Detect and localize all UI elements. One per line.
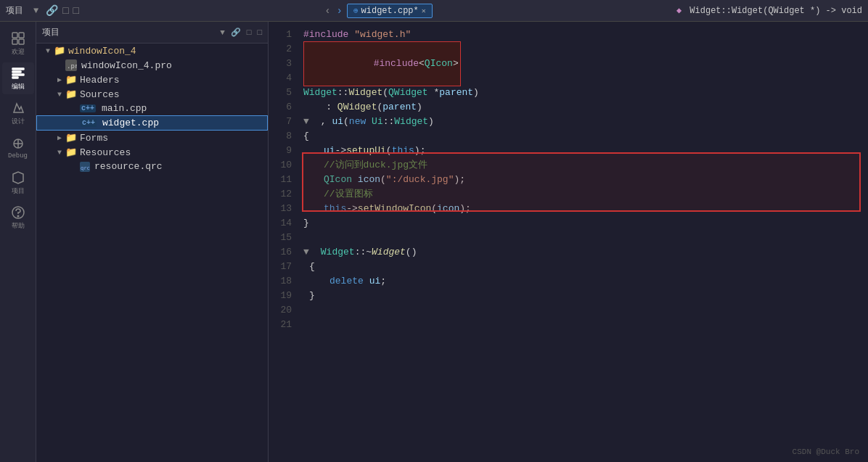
forms-label: Forms <box>80 133 108 144</box>
tab-label: widget.cpp* <box>361 6 419 16</box>
code-line-11: QIcon icon(":/duck.jpg"); <box>298 173 868 187</box>
svg-text:.pro: .pro <box>67 62 77 70</box>
tree-item-sources[interactable]: ▼ 📁 Sources <box>36 87 268 102</box>
file-tree-title: 项目 <box>42 26 60 38</box>
svg-rect-2 <box>12 39 17 44</box>
svg-rect-0 <box>12 33 17 38</box>
code-line-1: #include "widget.h" <box>298 28 868 42</box>
pro-label: windowIcon_4.pro <box>81 60 172 71</box>
sidebar-item-edit[interactable]: 编辑 <box>2 62 34 94</box>
root-expand-arrow: ▼ <box>42 47 54 55</box>
forms-expand-arrow: ▶ <box>54 133 65 142</box>
tree-item-forms[interactable]: ▶ 📁 Forms <box>36 131 268 145</box>
sidebar-icons: 欢迎 编辑 设计 Debug <box>0 22 36 462</box>
title-bar: 项目 ▼ 🔗 □ □ ‹ › ⊕ widget.cpp* ✕ ◆ Widget:… <box>0 0 868 22</box>
sidebar-edit-label: 编辑 <box>12 82 25 91</box>
watermark: CSDN @Duck Bro <box>793 447 859 456</box>
sidebar-item-design[interactable]: 设计 <box>2 97 34 129</box>
main-layout: 欢迎 编辑 设计 Debug <box>0 22 868 462</box>
sidebar-help-label: 帮助 <box>12 221 25 231</box>
file-tree: 项目 ▼ 🔗 □ □ ▼ 📁 windowIcon_4 .pro windowI… <box>36 22 269 462</box>
svg-point-12 <box>17 215 19 217</box>
sidebar-project-label: 项目 <box>12 186 25 196</box>
code-content[interactable]: 12345 678910 1112131415 1617181920 21 #i… <box>269 22 868 462</box>
headers-label: Headers <box>80 75 120 86</box>
sidebar-debug-label: Debug <box>8 152 28 160</box>
svg-rect-4 <box>12 68 24 70</box>
resources-label: Resources <box>80 147 131 158</box>
code-line-13: this->setWindowIcon(icon); <box>298 202 868 216</box>
code-line-14: } <box>298 216 868 231</box>
svg-text:qrc: qrc <box>81 165 90 171</box>
title-bar-right: ◆ Widget::Widget(QWidget *) -> void <box>676 5 862 16</box>
tree-item-headers[interactable]: ▶ 📁 Headers <box>36 73 268 87</box>
nav-forward[interactable]: › <box>335 5 344 17</box>
code-line-21 <box>298 318 868 332</box>
tree-item-widget-cpp[interactable]: c++ widget.cpp <box>36 115 268 131</box>
code-line-16: ▼ Widget::~Widget() <box>298 245 868 260</box>
main-cpp-label: main.cpp <box>102 103 147 114</box>
resources-folder-icon: 📁 <box>65 147 77 158</box>
sources-label: Sources <box>80 89 120 100</box>
sidebar-welcome-label: 欢迎 <box>12 47 25 57</box>
pro-icon: .pro <box>65 59 77 71</box>
tree-item-pro[interactable]: .pro windowIcon_4.pro <box>36 58 268 73</box>
tree-item-resources[interactable]: ▼ 📁 Resources <box>36 145 268 160</box>
sources-expand-arrow: ▼ <box>54 91 65 99</box>
sources-folder-icon: 📁 <box>65 88 77 100</box>
code-line-19: } <box>298 289 868 303</box>
qrc-file-icon: qrc <box>80 161 90 172</box>
tree-item-root[interactable]: ▼ 📁 windowIcon_4 <box>36 44 268 58</box>
widget-cpp-icon: c++ <box>81 119 97 127</box>
code-line-15 <box>298 231 868 245</box>
code-line-10: //访问到duck.jpg文件 <box>298 158 868 173</box>
svg-rect-6 <box>12 74 24 75</box>
headers-folder-icon: 📁 <box>65 74 77 86</box>
widget-cpp-label: widget.cpp <box>102 117 159 128</box>
sidebar-item-help[interactable]: 帮助 <box>2 202 34 234</box>
headers-expand-arrow: ▶ <box>54 75 65 84</box>
code-line-5: Widget::Widget(QWidget *parent) <box>298 86 868 100</box>
tab-close-button[interactable]: ✕ <box>422 7 426 15</box>
title-bar-left: 项目 ▼ 🔗 □ □ <box>6 4 79 17</box>
sidebar-item-debug[interactable]: Debug <box>2 132 34 164</box>
code-editor: 12345 678910 1112131415 1617181920 21 #i… <box>269 22 868 462</box>
code-line-6: : QWidget(parent) <box>298 100 868 115</box>
tree-item-resource-qrc[interactable]: qrc resource.qrc <box>36 160 268 173</box>
code-line-12: //设置图标 <box>298 187 868 202</box>
title-bar-center: ‹ › ⊕ widget.cpp* ✕ <box>79 4 676 18</box>
function-signature: Widget::Widget(QWidget *) -> void <box>689 6 862 16</box>
svg-rect-1 <box>19 33 24 38</box>
code-line-8: { <box>298 129 868 144</box>
qrc-label: resource.qrc <box>94 161 163 172</box>
file-tree-header: 项目 ▼ 🔗 □ □ <box>36 22 268 44</box>
tree-item-main-cpp[interactable]: c++ main.cpp <box>36 102 268 115</box>
include-qicon-highlight: #include<QIcon> <box>303 41 461 86</box>
code-line-9: ui->setupUi(this); <box>298 144 868 158</box>
sidebar-item-welcome[interactable]: 欢迎 <box>2 28 34 59</box>
code-line-17: { <box>298 260 868 274</box>
code-line-3: #include<QIcon> <box>298 57 868 71</box>
sidebar-design-label: 设计 <box>12 117 25 126</box>
svg-rect-3 <box>19 39 24 44</box>
nav-back[interactable]: ‹ <box>323 5 332 17</box>
active-tab[interactable]: ⊕ widget.cpp* ✕ <box>347 4 433 18</box>
main-cpp-icon: c++ <box>80 104 96 112</box>
root-label: windowIcon_4 <box>68 46 136 57</box>
forms-folder-icon: 📁 <box>65 132 77 144</box>
project-label: 项目 <box>6 4 23 17</box>
code-line-18: delete ui; <box>298 274 868 289</box>
sidebar-item-project[interactable]: 项目 <box>2 167 34 199</box>
resources-expand-arrow: ▼ <box>54 149 65 157</box>
code-line-20 <box>298 303 868 318</box>
code-lines: #include "widget.h" #include "ui_widget.… <box>298 22 868 462</box>
line-numbers: 12345 678910 1112131415 1617181920 21 <box>269 22 298 462</box>
svg-rect-7 <box>12 77 18 78</box>
code-line-7: ▼ , ui(new Ui::Widget) <box>298 115 868 129</box>
svg-rect-5 <box>12 71 21 73</box>
root-folder-icon: 📁 <box>54 45 65 57</box>
